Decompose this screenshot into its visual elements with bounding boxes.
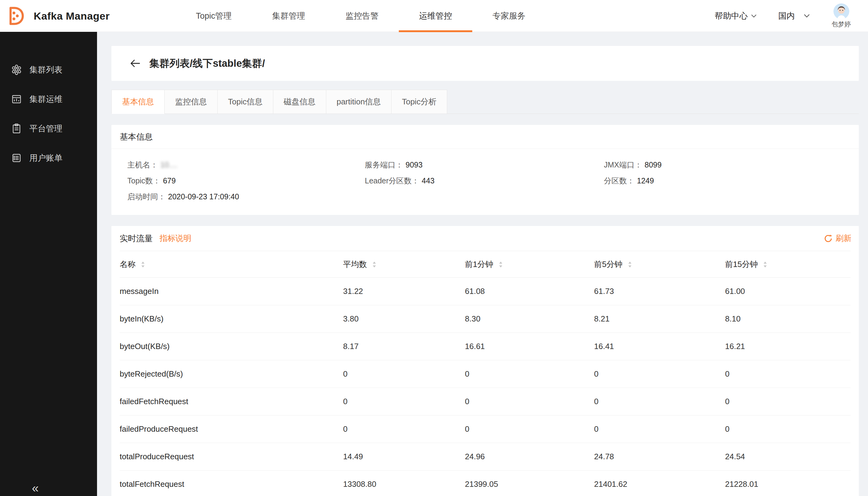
- sort-caret-icon[interactable]: [628, 261, 632, 268]
- metric-name-cell: totalProduceRequest: [120, 443, 343, 470]
- metric-name-cell: messageIn: [120, 278, 343, 305]
- avg-cell: 13308.80: [343, 470, 465, 496]
- last-1min-cell: 21399.05: [465, 470, 594, 496]
- help-center-menu[interactable]: 帮助中心: [715, 11, 757, 21]
- last-1min-cell: 24.96: [465, 443, 594, 470]
- last-5min-cell: 24.78: [594, 443, 725, 470]
- cluster-list-icon: [11, 64, 22, 75]
- sidebar-item-label: 集群运维: [29, 94, 62, 105]
- last-15min-cell: 61.00: [725, 278, 851, 305]
- avg-cell: 0: [343, 416, 465, 443]
- nav-monitor-alert[interactable]: 监控告警: [346, 0, 379, 32]
- region-select[interactable]: 国内: [778, 11, 810, 21]
- column-header[interactable]: 前1分钟: [465, 251, 594, 278]
- sidebar-item-cluster-list[interactable]: 集群列表: [0, 55, 97, 84]
- column-header[interactable]: 前5分钟: [594, 251, 725, 278]
- tab-basic-info[interactable]: 基本信息: [111, 90, 165, 114]
- avg-cell: 31.22: [343, 278, 465, 305]
- last-15min-cell: 24.54: [725, 443, 851, 470]
- sidebar-item-user-billing[interactable]: 用户账单: [0, 143, 97, 173]
- last-15min-cell: 0: [725, 416, 851, 443]
- sidebar-item-label: 集群列表: [29, 64, 62, 75]
- top-header: Kafka Manager Topic管理 集群管理 监控告警 运维管控 专家服…: [0, 0, 868, 32]
- table-row: messageIn 31.22 61.08 61.73 61.00: [120, 278, 851, 305]
- avatar: [833, 3, 849, 19]
- nav-cluster-manage[interactable]: 集群管理: [272, 0, 305, 32]
- breadcrumb-card: 集群列表/线下stable集群/: [111, 46, 859, 81]
- column-header[interactable]: 平均数: [343, 251, 465, 278]
- back-arrow-icon[interactable]: [130, 59, 140, 68]
- nav-topic-manage[interactable]: Topic管理: [196, 0, 232, 32]
- help-center-label: 帮助中心: [715, 11, 748, 21]
- column-header[interactable]: 名称: [120, 251, 343, 278]
- nav-ops-control[interactable]: 运维管控: [419, 0, 452, 32]
- basic-info-grid: 主机名： 10.... 服务端口： 9093 JMX端口： 8099 Topic…: [111, 149, 859, 215]
- realtime-flow-header: 实时流量 指标说明 刷新: [111, 226, 859, 251]
- breadcrumb: 集群列表/线下stable集群/: [149, 57, 265, 71]
- table-row: failedProduceRequest 0 0 0 0: [120, 416, 851, 443]
- sidebar-item-label: 用户账单: [29, 153, 62, 164]
- avg-cell: 14.49: [343, 443, 465, 470]
- tab-bar: 基本信息 监控信息 Topic信息 磁盘信息 partition信息 Topic…: [111, 90, 859, 114]
- last-5min-cell: 0: [594, 388, 725, 416]
- last-1min-cell: 16.61: [465, 333, 594, 360]
- sort-caret-icon[interactable]: [499, 261, 503, 268]
- sidebar-collapse-button[interactable]: «: [32, 482, 38, 494]
- sort-caret-icon[interactable]: [372, 261, 377, 268]
- metric-name-cell: failedProduceRequest: [120, 416, 343, 443]
- sidebar-menu: 集群列表 集群运维 平台管理 用户账单: [0, 32, 97, 173]
- realtime-flow-table: 名称 平均数: [120, 251, 851, 496]
- sidebar-item-platform-manage[interactable]: 平台管理: [0, 114, 97, 143]
- tab-topic-analysis[interactable]: Topic分析: [391, 90, 447, 114]
- app-brand[interactable]: Kafka Manager: [5, 0, 110, 32]
- basic-info-card-title: 基本信息: [111, 125, 859, 149]
- avg-cell: 0: [343, 360, 465, 388]
- metric-doc-link[interactable]: 指标说明: [159, 233, 191, 244]
- tab-disk-info[interactable]: 磁盘信息: [273, 90, 326, 114]
- metric-name-cell: byteIn(KB/s): [120, 305, 343, 333]
- last-5min-cell: 21401.62: [594, 470, 725, 496]
- last-1min-cell: 0: [465, 360, 594, 388]
- username-label: 包梦婷: [832, 20, 851, 29]
- table-row: byteOut(KB/s) 8.17 16.61 16.41 16.21: [120, 333, 851, 360]
- sort-caret-icon[interactable]: [763, 261, 767, 268]
- last-5min-cell: 16.41: [594, 333, 725, 360]
- chevron-down-icon: [751, 14, 757, 18]
- last-5min-cell: 0: [594, 360, 725, 388]
- metric-name-cell: failedFetchRequest: [120, 388, 343, 416]
- table-row: byteIn(KB/s) 3.80 8.30 8.21 8.10: [120, 305, 851, 333]
- metric-name-cell: byteOut(KB/s): [120, 333, 343, 360]
- table-row: totalFetchRequest 13308.80 21399.05 2140…: [120, 470, 851, 496]
- last-15min-cell: 0: [725, 388, 851, 416]
- last-1min-cell: 0: [465, 388, 594, 416]
- app-title: Kafka Manager: [34, 10, 110, 22]
- tab-partition-info[interactable]: partition信息: [326, 90, 392, 114]
- table-row: byteRejected(B/s) 0 0 0 0: [120, 360, 851, 388]
- sort-caret-icon[interactable]: [141, 261, 145, 268]
- last-5min-cell: 0: [594, 416, 725, 443]
- refresh-icon: [824, 234, 833, 243]
- last-1min-cell: 61.08: [465, 278, 594, 305]
- last-15min-cell: 16.21: [725, 333, 851, 360]
- nav-expert-service[interactable]: 专家服务: [492, 0, 525, 32]
- platform-manage-icon: [11, 123, 22, 134]
- user-menu[interactable]: 包梦婷: [832, 3, 851, 29]
- refresh-button[interactable]: 刷新: [824, 233, 851, 244]
- basic-info-card: 基本信息 主机名： 10.... 服务端口： 9093 JMX端口： 8099 …: [111, 125, 859, 215]
- main-content: 集群列表/线下stable集群/ 基本信息 监控信息 Topic信息 磁盘信息 …: [97, 32, 868, 496]
- realtime-flow-title: 实时流量: [120, 233, 153, 244]
- column-header[interactable]: 前15分钟: [725, 251, 851, 278]
- sidebar: 集群列表 集群运维 平台管理 用户账单: [0, 32, 97, 496]
- info-field-jmx-port: JMX端口： 8099: [604, 157, 859, 173]
- last-15min-cell: 8.10: [725, 305, 851, 333]
- top-nav: Topic管理 集群管理 监控告警 运维管控 专家服务: [196, 0, 525, 32]
- sidebar-item-cluster-ops[interactable]: 集群运维: [0, 84, 97, 114]
- hostname-value: 10....: [160, 160, 177, 169]
- info-field-hostname: 主机名： 10....: [127, 157, 365, 173]
- tab-monitor-info[interactable]: 监控信息: [164, 90, 218, 114]
- info-field-partitions: 分区数： 1249: [604, 173, 859, 189]
- avg-cell: 8.17: [343, 333, 465, 360]
- tab-topic-info[interactable]: Topic信息: [217, 90, 273, 114]
- user-billing-icon: [11, 153, 22, 164]
- realtime-flow-card: 实时流量 指标说明 刷新 名称: [111, 226, 859, 496]
